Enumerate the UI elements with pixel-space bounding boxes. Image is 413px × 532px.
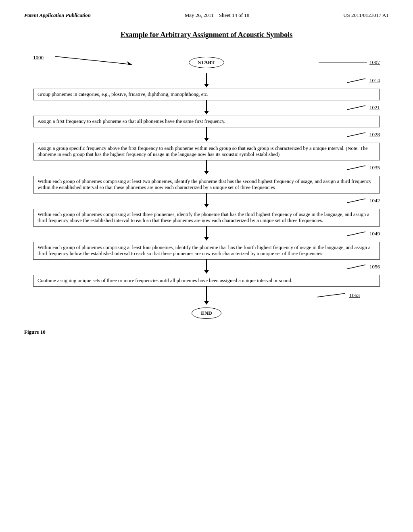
box5-node: Within each group of phonemes comprising…: [33, 209, 380, 227]
ref-1000-label: 1000: [33, 54, 44, 61]
ref-1042-label: 1042: [369, 197, 380, 204]
arrow-section-1021: 1021: [33, 100, 380, 116]
ref-1014-group: 1014: [345, 77, 380, 85]
ref-1063-group: 1063: [315, 291, 360, 299]
diagram-title: Example for Arbitrary Assignment of Acou…: [24, 31, 389, 39]
ref-1028-label: 1028: [369, 131, 380, 138]
arrow-section-1042: 1042: [33, 193, 380, 209]
svg-line-7: [347, 232, 365, 236]
arrow-section-1056: 1056: [33, 260, 380, 275]
svg-line-9: [317, 293, 345, 297]
box4-node: Within each group of phonemes comprising…: [33, 176, 380, 193]
arrow-section-1035: 1035: [33, 160, 380, 176]
box6-node: Within each group of phonemes comprising…: [33, 242, 380, 260]
page: Patent Application Publication May 26, 2…: [0, 0, 413, 532]
header-center: May 26, 2011 Sheet 14 of 18: [185, 12, 250, 19]
end-row: END: [33, 308, 380, 319]
ref-1007-label: 1007: [369, 59, 380, 66]
box7-node: Continue assigning unique sets of three …: [33, 275, 380, 287]
svg-line-8: [347, 265, 365, 269]
ref-1049-group: 1049: [345, 230, 380, 238]
svg-line-5: [347, 166, 365, 170]
box1-node: Group phonemes in categories, e.g., plos…: [33, 89, 380, 100]
arrow-from-1000-svg: [51, 53, 144, 71]
top-row: 1000 START 1007: [33, 51, 380, 73]
arrow-section-1049: 1049: [33, 227, 380, 242]
svg-line-4: [347, 133, 365, 137]
ref-1063-label: 1063: [349, 292, 360, 299]
svg-line-2: [347, 79, 365, 83]
arrow-to-end: 1063: [33, 287, 380, 307]
header-right: US 2011/0123017 A1: [343, 12, 389, 19]
horiz-line-1007: [319, 62, 367, 63]
ref-1056-group: 1056: [345, 263, 380, 271]
figure-label: Figure 10: [24, 329, 389, 335]
header-left: Patent Application Publication: [24, 12, 91, 19]
header: Patent Application Publication May 26, 2…: [24, 12, 389, 19]
ref-1049-label: 1049: [369, 231, 380, 237]
arrow-section-1028: 1028: [33, 127, 380, 143]
ref-1021-label: 1021: [369, 104, 380, 111]
start-node: START: [189, 57, 224, 68]
flowchart: 1000 START 1007: [33, 51, 380, 319]
ref-1056-label: 1056: [369, 264, 380, 270]
arrow-section-1014: 1014: [33, 73, 380, 89]
ref-1042-group: 1042: [345, 197, 380, 205]
ref-1035-label: 1035: [369, 164, 380, 171]
ref-1007-group: 1007: [319, 59, 380, 66]
svg-line-3: [347, 106, 365, 110]
ref-1021-group: 1021: [345, 104, 380, 112]
box2-node: Assign a first frequency to each phoneme…: [33, 116, 380, 127]
ref-1028-group: 1028: [345, 131, 380, 139]
svg-line-0: [55, 56, 132, 64]
ref-1035-group: 1035: [345, 164, 380, 172]
end-node: END: [192, 308, 221, 319]
ref-1014-label: 1014: [369, 77, 380, 84]
box3-node: Assign a group specific frequency above …: [33, 143, 380, 160]
svg-line-6: [347, 199, 365, 203]
